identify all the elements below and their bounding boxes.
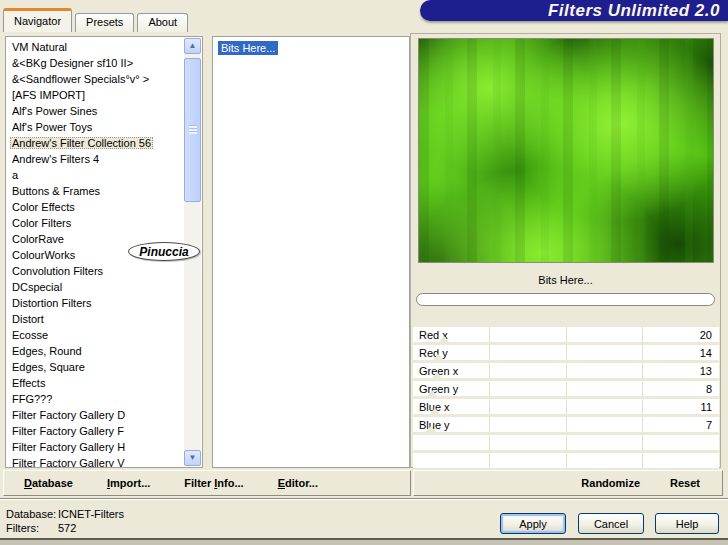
parameter-slider-row[interactable]: Blue y7 <box>413 417 719 432</box>
list-item[interactable]: Edges, Round <box>6 343 184 359</box>
tab-navigator[interactable]: Navigator <box>3 8 72 32</box>
parameter-value: 20 <box>700 329 712 341</box>
cancel-button[interactable]: Cancel <box>578 513 644 534</box>
database-status-value: ICNET-Filters <box>58 508 124 522</box>
list-item[interactable]: Filter Factory Gallery H <box>6 439 184 455</box>
help-button[interactable]: Help <box>655 513 719 534</box>
parameter-label: Green y <box>419 383 458 395</box>
tab-presets[interactable]: Presets <box>75 13 134 32</box>
slider-thumb-icon[interactable] <box>427 390 437 396</box>
filter-list-panel: Bits Here... <box>212 36 410 468</box>
parameter-value: 13 <box>700 365 712 377</box>
editor-button[interactable]: Editor... <box>278 477 318 489</box>
filter-info-button[interactable]: Filter Info... <box>184 477 243 489</box>
title-banner: Filters Unlimited 2.0 <box>420 0 728 21</box>
list-item[interactable]: Alf's Power Toys <box>6 119 184 135</box>
progress-bar <box>416 293 715 306</box>
tab-bar: Navigator Presets About <box>3 8 188 32</box>
reset-button[interactable]: Reset <box>670 477 700 489</box>
preview-panel: Bits Here... Red x20Red y14Green x13Gree… <box>410 33 721 468</box>
scroll-up-button[interactable]: ▲ <box>184 38 201 54</box>
filter-list: Bits Here... <box>213 39 409 54</box>
list-item[interactable]: Andrew's Filter Collection 56 <box>6 135 184 151</box>
import-button[interactable]: Import... <box>107 477 150 489</box>
parameter-value: 8 <box>706 383 712 395</box>
window-bottom-edge <box>0 538 728 545</box>
preview-caption: Bits Here... <box>411 274 720 286</box>
list-item[interactable]: &<Sandflower Specials°v° > <box>6 71 184 87</box>
scroll-up-icon: ▲ <box>189 42 197 50</box>
filters-unlimited-window: Filters Unlimited 2.0 Navigator Presets … <box>0 0 728 545</box>
slider-thumb-icon[interactable] <box>430 408 440 414</box>
slider-thumb-icon[interactable] <box>426 426 436 432</box>
bottom-divider <box>0 498 728 500</box>
right-command-bar: Randomize Reset <box>413 470 723 496</box>
list-item[interactable]: Filter Factory Gallery F <box>6 423 184 439</box>
list-item[interactable]: Bits Here... <box>213 39 409 54</box>
list-item[interactable]: Alf's Power Sines <box>6 103 184 119</box>
list-item[interactable]: Distortion Filters <box>6 295 184 311</box>
list-item[interactable]: Color Filters <box>6 215 184 231</box>
tab-about[interactable]: About <box>137 13 188 32</box>
parameter-slider-row[interactable] <box>413 453 719 468</box>
pinuccia-watermark: Pinuccia <box>128 242 200 261</box>
preview-image <box>418 38 714 263</box>
list-item[interactable]: &<BKg Designer sf10 II> <box>6 55 184 71</box>
slider-thumb-icon[interactable] <box>439 336 449 342</box>
slider-thumb-icon[interactable] <box>433 354 443 360</box>
list-item[interactable]: DCspecial <box>6 279 184 295</box>
parameter-slider-row[interactable] <box>413 435 719 450</box>
list-item[interactable]: Convolution Filters <box>6 263 184 279</box>
database-button[interactable]: Database <box>24 477 73 489</box>
left-command-bar: Database Import... Filter Info... Editor… <box>3 470 411 496</box>
scroll-down-icon: ▼ <box>189 454 197 462</box>
parameter-slider-row[interactable]: Green x13 <box>413 363 719 378</box>
parameter-slider-row[interactable]: Blue x11 <box>413 399 719 414</box>
status-bar: Database: ICNET-Filters Filters: 572 <box>6 508 124 536</box>
list-item[interactable]: [AFS IMPORT] <box>6 87 184 103</box>
list-item[interactable]: Andrew's Filters 4 <box>6 151 184 167</box>
list-item[interactable]: Ecosse <box>6 327 184 343</box>
filters-status-label: Filters: <box>6 522 58 536</box>
apply-button[interactable]: Apply <box>500 513 566 534</box>
app-title: Filters Unlimited 2.0 <box>548 1 720 21</box>
list-item[interactable]: Filter Factory Gallery D <box>6 407 184 423</box>
parameter-value: 7 <box>706 419 712 431</box>
database-status-label: Database: <box>6 508 58 522</box>
parameter-slider-row[interactable]: Red y14 <box>413 345 719 360</box>
list-item[interactable]: VM Natural <box>6 39 184 55</box>
parameter-slider-row[interactable]: Red x20 <box>413 327 719 342</box>
list-item[interactable]: Filter Factory Gallery V <box>6 455 184 468</box>
list-item[interactable]: Buttons & Frames <box>6 183 184 199</box>
randomize-button[interactable]: Randomize <box>581 477 640 489</box>
list-item[interactable]: Effects <box>6 375 184 391</box>
list-item[interactable]: FFG??? <box>6 391 184 407</box>
parameter-value: 14 <box>700 347 712 359</box>
slider-thumb-icon[interactable] <box>432 372 442 378</box>
list-item[interactable]: Edges, Square <box>6 359 184 375</box>
thumb-grip-icon <box>189 125 197 134</box>
list-item[interactable]: Distort <box>6 311 184 327</box>
parameter-slider-row[interactable]: Green y8 <box>413 381 719 396</box>
parameter-value: 11 <box>701 401 712 413</box>
list-item[interactable]: a <box>6 167 184 183</box>
list-item[interactable]: Color Effects <box>6 199 184 215</box>
scrollbar-thumb[interactable] <box>184 58 201 202</box>
scroll-down-button[interactable]: ▼ <box>184 450 201 466</box>
filters-status-value: 572 <box>58 522 124 536</box>
